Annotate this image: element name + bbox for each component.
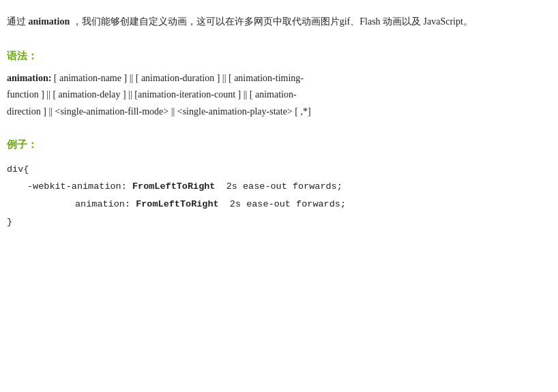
code-line-2: -webkit-animation: FromLeftToRight 2s ea… — [7, 178, 551, 196]
intro-bold-word: animation — [29, 16, 70, 27]
example-title: 例子： — [7, 136, 551, 154]
syntax-section: 语法： animation: [ animation-name ] || [ a… — [7, 47, 551, 121]
intro-text-before: 通过 — [7, 16, 29, 27]
syntax-title: 语法： — [7, 47, 551, 65]
code-line-4: } — [7, 213, 551, 231]
syntax-content: animation: [ animation-name ] || [ anima… — [7, 70, 551, 121]
example-section: 例子： div{ -webkit-animation: FromLeftToRi… — [7, 136, 551, 230]
syntax-prop-value: [ animation-name ] || [ animation-durati… — [7, 73, 311, 117]
code-line-3: animation: FromLeftToRight 2s ease-out f… — [7, 196, 551, 213]
intro-paragraph: 通过 animation ，我们能够创建自定义动画，这可以在许多网页中取代动画图… — [7, 14, 551, 31]
code-block: div{ -webkit-animation: FromLeftToRight … — [7, 161, 551, 231]
syntax-prop-name: animation: — [7, 73, 51, 83]
intro-text-after: ，我们能够创建自定义动画，这可以在许多网页中取代动画图片gif、Flash 动画… — [70, 16, 473, 27]
code-line-1: div{ — [7, 161, 551, 179]
